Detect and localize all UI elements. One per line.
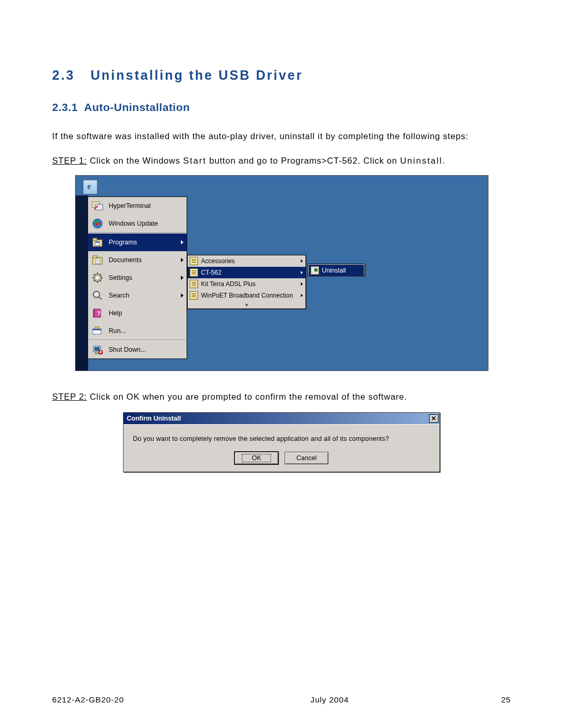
flyout-uninstall[interactable]: Uninstall [309, 265, 364, 276]
step-1-label: STEP 1: [52, 156, 87, 165]
menu-programs[interactable]: Programs [88, 233, 187, 251]
word-start: Start [183, 156, 206, 165]
menu-label: Help [109, 310, 123, 317]
word-uninstall: Uninstall [400, 156, 442, 165]
submenu-arrow-icon [301, 260, 303, 263]
svg-text:?: ? [97, 310, 101, 316]
menu-hyperterminal[interactable]: HyperTerminal [88, 197, 187, 215]
documents-icon [91, 254, 104, 266]
menu-label: HyperTerminal [109, 202, 151, 209]
submenu-arrow-icon [181, 276, 183, 280]
ie-desktop-icon [83, 180, 97, 194]
submenu-label: WinPoET Broadband Connection [201, 292, 293, 299]
menu-label: Documents [109, 256, 142, 264]
svg-point-11 [96, 276, 99, 279]
programs-submenu[interactable]: Accessories CT-562 Kit Terra ADSL Plus W… [187, 255, 306, 309]
submenu-ct-562[interactable]: CT-562 [188, 267, 305, 278]
dialog-body: Do you want to completely remove the sel… [124, 424, 439, 472]
menu-help[interactable]: ? Help [88, 304, 187, 322]
submenu-arrow-icon [301, 294, 303, 297]
cancel-button[interactable]: Cancel [285, 452, 328, 464]
folder-icon [190, 280, 198, 288]
help-icon: ? [91, 307, 104, 319]
footer-date: July 2004 [243, 695, 501, 705]
submenu-label: CT-562 [201, 269, 222, 276]
submenu-arrow-icon [301, 271, 303, 274]
subsection-number: 2.3.1 [52, 101, 78, 114]
submenu-label: Accessories [201, 257, 235, 265]
folder-icon [190, 291, 198, 300]
menu-documents[interactable]: Documents [88, 251, 187, 269]
svg-rect-4 [93, 238, 97, 240]
submenu-label: Kit Terra ADSL Plus [201, 280, 256, 288]
svg-rect-6 [95, 242, 99, 243]
confirm-dialog-screenshot: Confirm Uninstall ✕ Do you want to compl… [123, 412, 440, 472]
step-2-label: STEP 2: [52, 392, 87, 401]
startmenu-sidebar: Windows 2000 Professional [76, 195, 88, 371]
footer-page-number: 25 [501, 695, 511, 705]
confirm-uninstall-dialog: Confirm Uninstall ✕ Do you want to compl… [123, 412, 440, 472]
submenu-arrow-icon [181, 240, 183, 244]
settings-icon [91, 272, 104, 284]
page-footer: 6212-A2-GB20-20 July 2004 25 [0, 695, 563, 705]
svg-rect-19 [95, 352, 99, 354]
menu-label: Programs [109, 239, 137, 246]
ok-button[interactable]: OK [235, 452, 278, 464]
svg-point-13 [94, 292, 99, 297]
hyperterminal-icon [91, 200, 104, 212]
submenu-arrow-icon [181, 293, 183, 298]
svg-rect-8 [93, 256, 97, 258]
menu-run[interactable]: Run... [88, 322, 187, 340]
menu-label: Shut Down... [109, 346, 146, 353]
ct562-flyout[interactable]: Uninstall [308, 264, 365, 276]
footer-doc-id: 6212-A2-GB20-20 [52, 695, 243, 705]
menu-shutdown[interactable]: Shut Down... [88, 341, 187, 359]
menu-label: Run... [109, 327, 126, 335]
submenu-winpoet[interactable]: WinPoET Broadband Connection [188, 290, 305, 301]
run-icon [91, 325, 104, 337]
subsection-title: Auto-Uninstallation [84, 101, 190, 113]
step-2: STEP 2: Click on OK when you are prompte… [52, 392, 511, 402]
flyout-label: Uninstall [322, 267, 346, 274]
dialog-message: Do you want to completely remove the sel… [133, 435, 430, 442]
uninstall-icon [311, 266, 319, 275]
menu-search[interactable]: Search [88, 287, 187, 304]
start-menu-panel[interactable]: HyperTerminal Windows Update Programs Do… [88, 196, 187, 359]
windows-update-icon [91, 217, 104, 230]
close-button[interactable]: ✕ [429, 414, 438, 423]
subsection-heading: 2.3.1Auto-Uninstallation [52, 101, 511, 114]
section-heading: 2.3Uninstalling the USB Driver [52, 68, 511, 83]
shutdown-icon [91, 343, 104, 356]
dialog-titlebar[interactable]: Confirm Uninstall ✕ [124, 413, 439, 424]
section-number: 2.3 [52, 68, 75, 83]
submenu-arrow-icon [181, 258, 183, 262]
start-menu-screenshot: Windows 2000 Professional HyperTerminal … [75, 175, 488, 371]
search-icon [91, 289, 104, 302]
submenu-expand-chevron-icon[interactable]: ▾ [188, 301, 305, 309]
intro-paragraph: If the software was installed with the a… [52, 128, 511, 144]
folder-icon [190, 257, 198, 265]
menu-label: Settings [109, 274, 132, 281]
menu-settings[interactable]: Settings [88, 269, 187, 287]
menu-windows-update[interactable]: Windows Update [88, 215, 187, 232]
submenu-kit-terra[interactable]: Kit Terra ADSL Plus [188, 278, 305, 290]
submenu-accessories[interactable]: Accessories [188, 255, 305, 267]
programs-icon [91, 236, 104, 249]
menu-label: Search [109, 292, 130, 299]
submenu-arrow-icon [301, 282, 303, 286]
menu-label: Windows Update [109, 220, 158, 227]
svg-rect-18 [94, 347, 100, 351]
folder-icon [190, 268, 198, 277]
step-1: STEP 1: Click on the Windows Start butto… [52, 156, 511, 166]
dialog-title: Confirm Uninstall [127, 415, 181, 422]
section-title: Uninstalling the USB Driver [91, 68, 303, 82]
